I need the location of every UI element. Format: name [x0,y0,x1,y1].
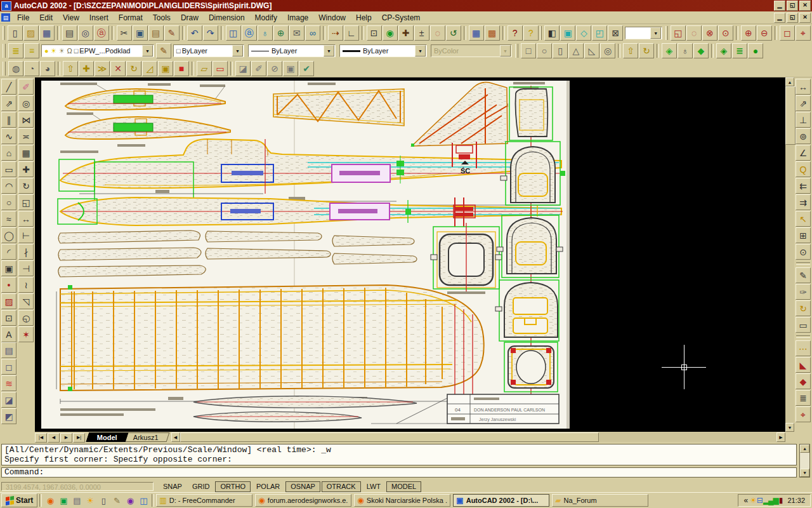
construction-line-icon[interactable]: ⇗ [1,95,16,111]
combo-dropdown-icon[interactable]: ▼ [415,45,426,57]
polygonal-viewport-icon[interactable]: ◇ [576,25,591,41]
baseline-dimension-icon[interactable]: ⇇ [796,178,811,194]
distance-icon[interactable]: ⋯ [796,340,811,356]
layers-icon[interactable]: ≣ [8,43,23,58]
menu-help[interactable]: Help [351,12,377,23]
redo-icon[interactable]: ↷ [203,25,218,41]
paste-icon[interactable]: ▤ [148,25,164,41]
toolbar-grip[interactable] [515,44,518,58]
save-icon[interactable]: ▦ [39,25,55,41]
spline-icon[interactable]: ≈ [1,211,16,227]
layer-viewport-freeze-icon[interactable]: ☀ [59,48,65,55]
tray-network-icon[interactable]: ⊟ [757,497,763,504]
menu-cp-system[interactable]: CP-System [377,12,426,23]
materials-icon[interactable]: ◈ [716,43,731,58]
hatch-icon[interactable]: ▨ [1,293,16,309]
move-faces-icon[interactable]: ✚ [79,61,94,76]
radius-dimension-icon[interactable]: ⊚ [796,128,811,144]
extrude-faces-icon[interactable]: ⇧ [63,61,78,76]
revolve-icon[interactable]: ↻ [639,43,654,58]
coordinate-readout[interactable]: 3199.4574, 1967.6036, 0.0000 [1,482,154,491]
taper-faces-icon[interactable]: ◿ [142,61,157,76]
continue-dimension-icon[interactable]: ⇉ [796,194,811,210]
quicklaunch-reader-icon[interactable]: ▤ [70,494,83,507]
task-freecommander[interactable]: ▥D: - FreeCommander [156,494,252,507]
break-icon[interactable]: ≀ [18,277,34,293]
clip-viewport-icon[interactable]: ⊠ [608,25,623,41]
copy-icon[interactable]: ▣ [133,25,148,41]
scroll-right-icon[interactable]: ▶ [776,432,785,442]
toggle-polar[interactable]: POLAR [252,482,284,491]
tolerance-icon[interactable]: ⊞ [796,227,811,243]
combo-dropdown-icon[interactable]: ▼ [650,27,661,39]
designcenter-icon[interactable]: ▩ [485,25,500,41]
sphere-icon[interactable]: ○ [537,43,552,58]
list-icon[interactable]: ≣ [796,390,811,406]
task-firefox-skoki[interactable]: ◉Skoki Narciarskie Polska ... [354,494,450,507]
layer-previous-icon[interactable]: ≡ [24,43,39,58]
mdi-minimize-button[interactable]: ▁ [774,13,785,23]
task-firefox-aerodesignworks[interactable]: ◉forum.aerodesignworks.e... [255,494,351,507]
start-button[interactable]: Start [1,493,37,507]
quicklaunch-phone-icon[interactable]: ▯ [97,494,110,507]
polyline-icon[interactable]: ∿ [1,128,16,144]
combo-dropdown-icon[interactable]: ▼ [232,45,243,57]
drawing-canvas[interactable]: ŚC [35,77,785,432]
image-frame-icon[interactable]: ◻ [1,359,16,375]
quicklaunch-editor-icon[interactable]: ✎ [110,494,123,507]
single-viewport-icon[interactable]: ▣ [560,25,575,41]
cylinder-icon[interactable]: ▯ [553,43,568,58]
open-icon[interactable]: ▨ [23,25,39,41]
intersect-icon[interactable]: ◕ [40,61,55,76]
zoom-window-icon[interactable]: ◱ [671,25,686,41]
extrude-icon[interactable]: ⇧ [623,43,638,58]
text-icon[interactable]: A [1,326,16,342]
scale-icon[interactable]: ◱ [18,194,34,210]
menu-draw[interactable]: Draw [176,12,204,23]
torus-icon[interactable]: ◎ [600,43,615,58]
tab-model[interactable]: Model [86,432,129,442]
scroll-down-icon[interactable]: ▼ [785,423,794,432]
spelling-icon[interactable]: ⓐ [94,25,109,41]
tray-weather-icon[interactable]: ☀ [750,497,756,504]
tray-volume-icon[interactable]: ▮ [779,497,783,504]
make-object-layer-current-icon[interactable]: ✎ [156,43,171,58]
wedge-icon[interactable]: ◺ [584,43,599,58]
render-icon[interactable]: ◈ [662,43,677,58]
color-combo[interactable]: □ ByLayer ▼ [173,44,244,57]
line-icon[interactable]: ╱ [1,79,16,95]
window-close-button[interactable]: ✕ [799,1,811,11]
tab-arkusz1[interactable]: Arkusz1 [122,432,169,442]
zoom-center-icon[interactable]: ⊙ [718,25,733,41]
toggle-model[interactable]: MODEL [386,481,421,492]
toggle-otrack[interactable]: OTRACK [322,481,361,492]
toolbar-grip[interactable] [3,62,6,76]
help-icon[interactable]: ? [508,25,523,41]
toolbar-grip[interactable] [665,26,668,40]
color-edges-icon[interactable]: ▭ [213,61,228,76]
named-views-icon[interactable]: ⊡ [367,25,382,41]
temporary-track-point-icon[interactable]: ⇢ [328,25,343,41]
check-icon[interactable]: ✔ [299,61,314,76]
zoom-previous-icon[interactable]: ↺ [446,25,461,41]
copy-edges-icon[interactable]: ▱ [197,61,212,76]
quicklaunch-media-player-icon[interactable]: ◉ [124,494,136,507]
canvas-horizontal-scrollbar[interactable]: ◀ ▶ [171,432,785,442]
array-icon[interactable]: ▦ [18,145,34,161]
scenes-icon[interactable]: ♁ [678,43,693,58]
render-preferences-icon[interactable]: ◆ [693,43,709,58]
combo-dropdown-icon[interactable]: ▼ [142,45,153,57]
box-icon[interactable]: □ [521,43,536,58]
layer-on-bulb-icon[interactable]: ● [44,48,49,55]
image-quality-icon[interactable]: ◩ [1,408,16,424]
union-icon[interactable]: ◍ [8,61,23,76]
lineweight-combo[interactable]: ByLayer ▼ [339,44,427,57]
zoom-window-flyout-icon[interactable]: ◌ [430,25,445,41]
dimension-text-edit-icon[interactable]: ✑ [796,284,811,300]
toolbar-grip[interactable] [540,26,542,40]
toggle-lwt[interactable]: LWT [362,482,385,491]
toggle-snap[interactable]: SNAP [159,482,187,491]
scroll-up-icon[interactable]: ▲ [785,77,794,86]
toggle-osnap[interactable]: OSNAP [285,481,320,492]
layer-lock-icon[interactable]: Ω [67,48,72,55]
